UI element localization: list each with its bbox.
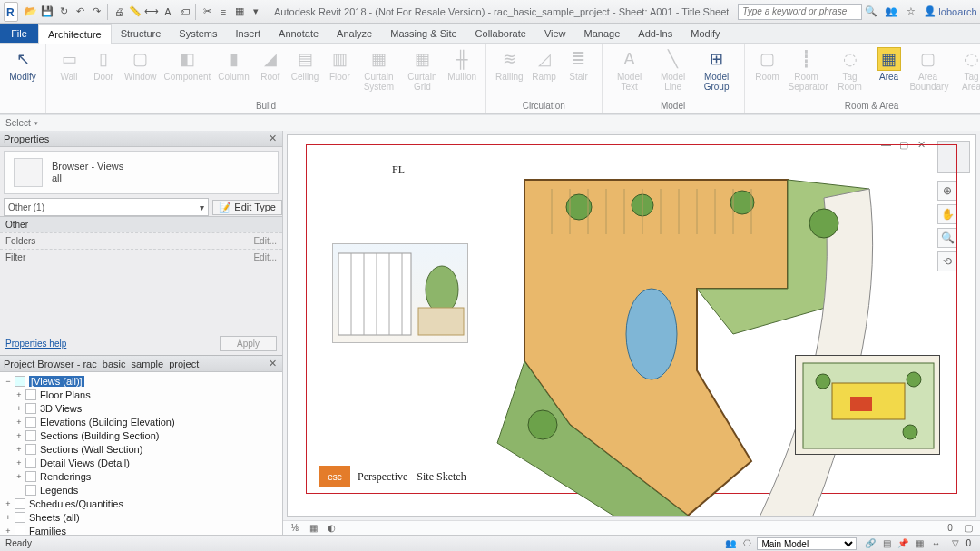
tab-view[interactable]: View — [535, 24, 575, 43]
print-icon[interactable]: 🖨 — [112, 5, 126, 19]
model-group-button[interactable]: ⊞ModelGroup — [695, 45, 739, 93]
area-boundary-button[interactable]: ▢AreaBoundary — [906, 45, 950, 93]
model-text-button[interactable]: AModelText — [608, 45, 652, 93]
ramp-button[interactable]: ◿Ramp — [527, 45, 562, 84]
dimension-icon[interactable]: ⟷ — [144, 5, 159, 19]
door-button[interactable]: ▯Door — [86, 45, 121, 84]
model-line-button[interactable]: ╲ModelLine — [652, 45, 695, 93]
window-button[interactable]: ▢Window — [121, 45, 161, 84]
expand-icon[interactable]: + — [15, 445, 24, 454]
tree-item[interactable]: +3D Views — [4, 401, 279, 415]
tag-icon[interactable]: 🏷 — [177, 5, 191, 19]
curtain-system-button[interactable]: ▦CurtainSystem — [357, 45, 400, 93]
select-label[interactable]: Select — [5, 118, 31, 128]
expand-icon[interactable]: + — [4, 513, 13, 522]
tag-area-button[interactable]: ◌TagArea — [950, 45, 980, 93]
floor-button[interactable]: ▥Floor — [322, 45, 357, 84]
stair-button[interactable]: ≣Stair — [562, 45, 596, 84]
expand-icon[interactable]: + — [15, 472, 24, 481]
detail-level-icon[interactable]: ▦ — [307, 522, 319, 535]
tab-add-ins[interactable]: Add-Ins — [629, 24, 681, 43]
expand-icon[interactable]: + — [15, 458, 24, 467]
tree-item[interactable]: +Elevations (Building Elevation) — [4, 415, 279, 428]
select-links-icon[interactable]: 🔗 — [864, 537, 877, 550]
tree-item[interactable]: +Detail Views (Detail) — [4, 456, 279, 469]
type-selector[interactable]: Other (1)▾ — [4, 198, 209, 216]
infocenter-icon[interactable]: 🔍 — [864, 5, 878, 19]
visual-style-icon[interactable]: ◐ — [325, 522, 338, 535]
wall-button[interactable]: ▭Wall — [52, 45, 86, 84]
close-icon[interactable]: ✕ — [266, 133, 279, 145]
modify-button[interactable]: ↖Modify — [5, 45, 40, 84]
tree-item[interactable]: +Families — [4, 524, 279, 535]
file-tab[interactable]: File — [0, 24, 38, 43]
select-face-icon[interactable]: ▦ — [913, 537, 926, 550]
column-button[interactable]: ▮Column — [214, 45, 252, 84]
tab-structure[interactable]: Structure — [112, 24, 171, 43]
tab-systems[interactable]: Systems — [170, 24, 226, 43]
workset-dropdown[interactable]: Main Model — [757, 537, 857, 550]
undo-icon[interactable]: ↶ — [73, 5, 87, 19]
ceiling-button[interactable]: ▤Ceiling — [288, 45, 323, 84]
area-button[interactable]: ▦Area — [872, 45, 906, 84]
tab-architecture[interactable]: Architecture — [38, 24, 112, 44]
select-pinned-icon[interactable]: 📌 — [897, 537, 909, 550]
roof-button[interactable]: ◢Roof — [253, 45, 288, 84]
drag-icon[interactable]: ↔ — [929, 537, 942, 550]
tab-collaborate[interactable]: Collaborate — [466, 24, 535, 43]
comm-icon[interactable]: 👥 — [884, 5, 898, 19]
tab-manage[interactable]: Manage — [575, 24, 630, 43]
tab-annotate[interactable]: Annotate — [270, 24, 328, 43]
tree-item[interactable]: +Floor Plans — [4, 388, 279, 401]
apply-button[interactable]: Apply — [220, 336, 277, 351]
close-hidden-icon[interactable]: ▦ — [232, 5, 247, 19]
tree-item[interactable]: +Sections (Building Section) — [4, 428, 279, 442]
curtain-grid-button[interactable]: ▦CurtainGrid — [400, 45, 444, 93]
app-icon[interactable]: R — [4, 2, 18, 22]
measure-icon[interactable]: 📏 — [128, 5, 142, 19]
zero-icon[interactable]: 0 — [944, 522, 956, 535]
text-icon[interactable]: A — [161, 5, 175, 19]
tag-room-button[interactable]: ◌TagRoom — [828, 45, 872, 93]
tree-item[interactable]: −[Views (all)] — [4, 374, 279, 388]
tree-item[interactable]: +Sections (Wall Section) — [4, 442, 279, 456]
tree-item[interactable]: Legends — [4, 483, 279, 497]
component-button[interactable]: ◧Component — [161, 45, 215, 84]
expand-icon[interactable]: + — [15, 418, 24, 427]
properties-header[interactable]: Properties ✕ — [0, 131, 282, 147]
property-row[interactable]: FoldersEdit... — [0, 232, 282, 249]
property-row[interactable]: FilterEdit... — [0, 249, 282, 265]
redo-icon[interactable]: ↷ — [89, 5, 103, 19]
close-icon[interactable]: ✕ — [266, 358, 279, 370]
expand-icon[interactable]: + — [15, 404, 24, 413]
expand-icon[interactable]: + — [15, 431, 24, 440]
sync-icon[interactable]: ↻ — [56, 5, 71, 19]
workset-icon[interactable]: 👥 — [724, 537, 737, 550]
section-icon[interactable]: ✂ — [200, 5, 214, 19]
scale-icon[interactable]: ⅛ — [289, 522, 301, 535]
mullion-button[interactable]: ╫Mullion — [444, 45, 480, 84]
switch-windows-icon[interactable]: ▾ — [249, 5, 263, 19]
drawing-canvas[interactable]: — ▢ ✕ ⊕ ✋ 🔍 ⟲ FL — [287, 134, 976, 517]
tab-massing-site[interactable]: Massing & Site — [381, 24, 466, 43]
user-chip[interactable]: 👤 loboarch — [924, 5, 976, 17]
tree-item[interactable]: +Renderings — [4, 469, 279, 483]
tab-insert[interactable]: Insert — [227, 24, 270, 43]
search-input[interactable] — [738, 4, 862, 20]
tab-modify[interactable]: Modify — [681, 24, 729, 43]
room-separator-button[interactable]: ┋RoomSeparator — [785, 45, 828, 93]
expand-icon[interactable]: − — [4, 377, 13, 386]
room-button[interactable]: ▢Room — [750, 45, 785, 84]
thin-lines-icon[interactable]: ≡ — [216, 5, 230, 19]
open-icon[interactable]: 📂 — [24, 5, 38, 19]
tree-item[interactable]: +Sheets (all) — [4, 510, 279, 524]
editable-only-icon[interactable]: ⎔ — [740, 537, 753, 550]
project-browser-header[interactable]: Project Browser - rac_basic_sample_proje… — [0, 356, 282, 372]
filter-icon[interactable]: ▽ — [949, 537, 962, 550]
properties-preview[interactable]: Browser - Views all — [4, 151, 279, 194]
expand-icon[interactable]: + — [4, 526, 13, 536]
railing-button[interactable]: ≋Railing — [492, 45, 527, 84]
tree-item[interactable]: +Schedules/Quantities — [4, 497, 279, 510]
save-icon[interactable]: 💾 — [40, 5, 54, 19]
project-browser-tree[interactable]: −[Views (all)]+Floor Plans+3D Views+Elev… — [0, 372, 282, 535]
